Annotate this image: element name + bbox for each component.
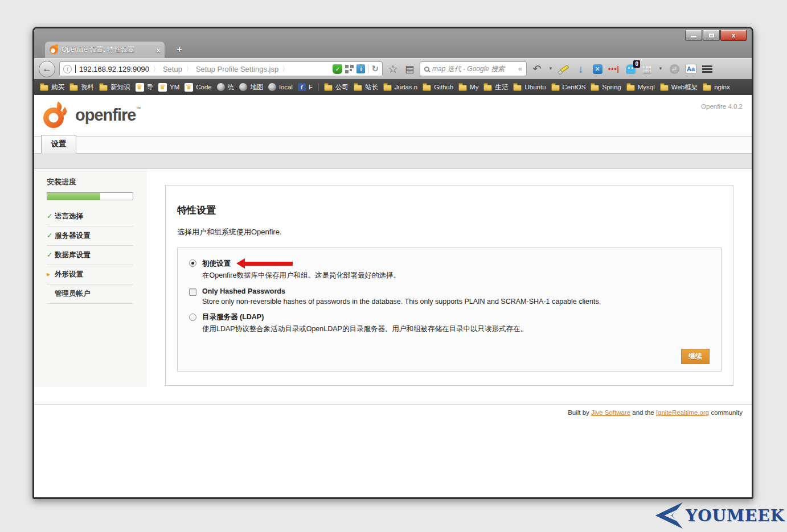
tiles-dropdown-icon[interactable]: ▼ xyxy=(657,63,664,75)
bookmark-item[interactable]: 导 xyxy=(136,83,154,92)
step-label: 数据库设置 xyxy=(55,251,91,259)
bookmark-icon xyxy=(383,85,392,91)
bookmark-item[interactable]: Web框架 xyxy=(660,83,698,92)
option-label[interactable]: 初使设置 xyxy=(202,258,400,269)
adblock-dots-icon[interactable]: •••| xyxy=(608,63,620,75)
bookmark-item[interactable]: 资料 xyxy=(69,83,94,92)
ghost-badge: 0 xyxy=(633,60,640,68)
bookmark-item[interactable]: Judas.n xyxy=(383,84,417,91)
bookmark-label: 购买 xyxy=(51,83,64,92)
step-label: 服务器设置 xyxy=(55,232,91,240)
back-button[interactable]: ← xyxy=(39,61,55,77)
bookmark-icon xyxy=(324,85,333,91)
clipboard-icon[interactable]: ▤ xyxy=(403,63,416,75)
search-overflow-icon: « xyxy=(518,65,522,73)
bookmark-label: 资料 xyxy=(81,83,94,92)
hamburger-icon xyxy=(702,65,712,73)
highlighter-pen-icon xyxy=(560,65,569,73)
bookmark-icon xyxy=(268,83,276,91)
bookmark-icon xyxy=(423,85,431,91)
bookmark-item[interactable]: CentOS xyxy=(551,84,586,91)
window-titlebar: x Openfire 设置: 特性设置 x + xyxy=(34,28,752,58)
security-shield-icon[interactable]: ✓ xyxy=(333,64,342,74)
reader-mode-icon[interactable]: Aa xyxy=(684,63,697,75)
undo-icon[interactable]: ↶ xyxy=(531,63,543,75)
qr-code-icon[interactable] xyxy=(345,65,354,73)
search-icon xyxy=(424,67,429,72)
bookmark-item[interactable]: 生活 xyxy=(483,83,508,92)
bookmark-item[interactable]: My xyxy=(458,84,478,91)
option-label-text: 目录服务器 (LDAP) xyxy=(202,312,264,322)
option-description: Store only non-reversible hashes of pass… xyxy=(202,298,601,306)
info-icon[interactable]: i xyxy=(63,65,72,73)
bookmark-item[interactable]: 公司 xyxy=(324,83,349,92)
igniterealtime-link[interactable]: IgniteRealtime.org xyxy=(656,409,709,416)
option-label-text: 初使设置 xyxy=(202,259,231,269)
bookmark-label: nginx xyxy=(714,84,730,90)
bookmark-star-icon[interactable]: ☆ xyxy=(387,63,399,75)
ghost-addon-icon[interactable]: 0 xyxy=(624,63,637,75)
bookmark-label: Web框架 xyxy=(671,83,698,92)
url-bar[interactable]: i 192.168.92.129:9090 〉 Setup 〉 Setup Pr… xyxy=(59,61,383,76)
progress-fill xyxy=(47,193,100,200)
minimize-button[interactable] xyxy=(685,30,702,41)
bookmark-icon xyxy=(99,85,108,91)
xmarks-icon[interactable]: ✕ xyxy=(591,63,604,75)
openfire-wordmark: openfire xyxy=(75,106,136,124)
option-label[interactable]: Only Hashed Passwords xyxy=(202,287,601,295)
profile-option: Only Hashed Passwords Store only non-rev… xyxy=(189,287,710,306)
bookmark-item[interactable]: local xyxy=(268,83,293,91)
identity-icon[interactable]: i xyxy=(356,64,365,73)
bookmark-item[interactable]: Mysql xyxy=(626,84,655,91)
maximize-icon xyxy=(709,34,714,38)
download-arrow-icon[interactable]: ↓ xyxy=(575,63,587,75)
bookmark-item[interactable]: 地图 xyxy=(239,83,263,92)
search-input[interactable]: map 迭代 - Google 搜索 « xyxy=(420,61,527,76)
browser-tab[interactable]: Openfire 设置: 特性设置 x xyxy=(44,41,165,58)
footer-text: community xyxy=(709,409,743,416)
option-control[interactable] xyxy=(189,288,196,296)
option-control[interactable] xyxy=(189,314,196,321)
bookmark-icon xyxy=(483,85,492,91)
close-button[interactable]: x xyxy=(720,30,747,41)
reload-icon[interactable]: ↻ xyxy=(371,64,379,74)
option-control[interactable] xyxy=(189,259,196,267)
bookmarks-bar: 购买 资料 新知识 导 YM Code xyxy=(34,79,752,95)
tab-settings[interactable]: 设置 xyxy=(41,135,76,154)
aa-icon: Aa xyxy=(685,64,696,74)
disabled-sync-icon[interactable]: ⇄ xyxy=(668,63,681,75)
bookmark-item[interactable]: Github xyxy=(423,84,453,91)
tab-close-icon[interactable]: x xyxy=(157,47,160,53)
highlighter-icon[interactable] xyxy=(558,63,571,75)
bookmark-item[interactable]: 新知识 xyxy=(99,83,130,92)
bookmark-item[interactable]: Spring xyxy=(591,84,621,91)
option-label[interactable]: 目录服务器 (LDAP) xyxy=(202,312,527,322)
continue-button[interactable]: 继续 xyxy=(681,349,710,364)
bookmark-icon xyxy=(513,85,522,91)
setup-step: 数据库设置 xyxy=(47,246,133,265)
bookmark-item[interactable]: YM xyxy=(158,83,179,92)
bookmark-item[interactable]: F xyxy=(298,83,319,91)
page-footer: Built by Jive Software and the IgniteRea… xyxy=(34,404,752,422)
bookmark-item[interactable]: Ubuntu xyxy=(513,84,546,91)
setup-step: 管理员帐户 xyxy=(47,284,133,304)
bookmark-item[interactable]: Code xyxy=(185,83,212,92)
page-title: 特性设置 xyxy=(177,204,722,217)
maximize-button[interactable] xyxy=(703,30,720,41)
bookmark-item[interactable]: 站长 xyxy=(354,83,378,92)
undo-dropdown-icon[interactable]: ▼ xyxy=(547,63,554,75)
options-box: 初使设置 在Openfire数据库中保存用户和组。这是简化部署最好的选择。 xyxy=(177,248,722,372)
bookmark-label: Spring xyxy=(602,84,621,90)
setup-sidebar: 安装进度 语言选择 服务器设置 xyxy=(34,169,147,387)
menu-button[interactable] xyxy=(701,63,714,75)
jive-software-link[interactable]: Jive Software xyxy=(591,409,630,416)
bookmark-icon xyxy=(703,85,711,91)
crumb-separator: 〉 xyxy=(186,64,192,74)
bookmark-label: YM xyxy=(170,84,179,90)
trademark: ™ xyxy=(136,106,141,112)
bookmark-item[interactable]: nginx xyxy=(703,84,730,91)
new-tab-button[interactable]: + xyxy=(172,43,187,56)
bookmark-item[interactable]: 购买 xyxy=(40,83,64,92)
tile-grid-icon[interactable]: ▦ xyxy=(641,63,653,75)
bookmark-item[interactable]: 统 xyxy=(217,83,235,92)
